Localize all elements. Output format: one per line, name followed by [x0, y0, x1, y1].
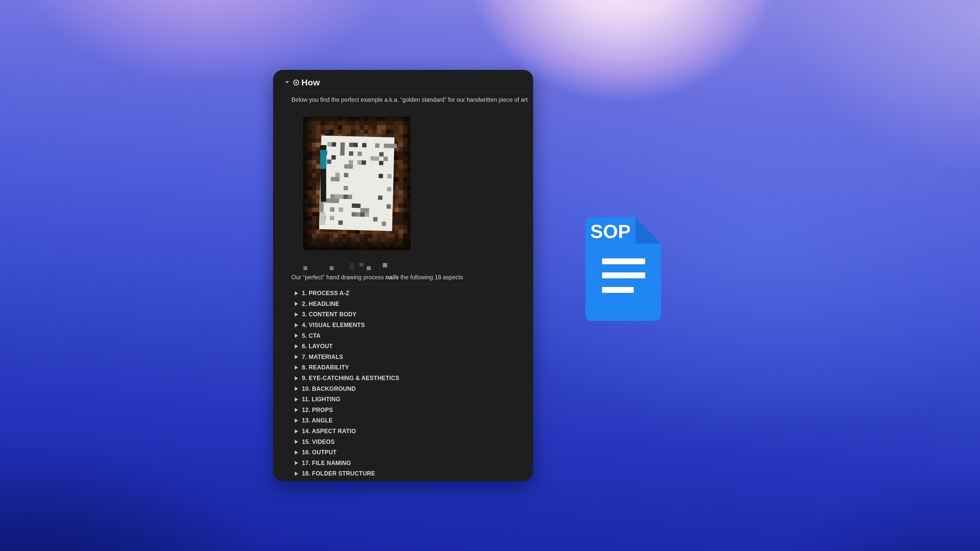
section-title: How	[301, 78, 320, 87]
example-photo	[303, 117, 410, 250]
section-header: How	[273, 76, 533, 88]
toggle-right-icon	[295, 313, 298, 317]
pixel-artifact	[367, 266, 371, 270]
toggle-item-label: 6. LAYOUT	[302, 343, 333, 350]
toggle-right-icon	[295, 365, 298, 370]
target-circle-icon	[293, 79, 299, 86]
section-collapse-toggle-icon[interactable]	[285, 81, 289, 84]
toggle-item-7[interactable]: 7. MATERIALS	[273, 352, 533, 362]
toggle-item-label: 12. PROPS	[302, 407, 333, 413]
toggle-item-14[interactable]: 14. ASPECT RATIO	[273, 426, 533, 437]
toggle-right-icon	[295, 333, 298, 338]
intro-text: Below you find the perfect example a.k.a…	[291, 97, 531, 103]
sop-label: SOP	[590, 221, 631, 242]
toggle-right-icon	[295, 376, 298, 380]
doc-text-line	[602, 272, 645, 278]
toggle-item-label: 1. PROCESS A-Z	[302, 290, 349, 297]
toggle-item-2[interactable]: 2. HEADLINE	[273, 299, 533, 310]
toggle-item-label: 17. FILE NAMING	[302, 460, 351, 467]
doc-fold-icon	[635, 217, 661, 244]
toggle-item-label: 8. READABILITY	[302, 364, 349, 371]
toggle-item-12[interactable]: 12. PROPS	[273, 405, 533, 416]
pixel-artifact	[383, 263, 387, 267]
toggle-right-icon	[295, 345, 298, 348]
toggle-right-icon	[295, 472, 298, 476]
toggle-item-6[interactable]: 6. LAYOUT	[273, 341, 533, 352]
toggle-item-1[interactable]: 1. PROCESS A-Z	[273, 288, 533, 299]
pixel-artifact	[304, 266, 307, 270]
toggle-item-8[interactable]: 8. READABILITY	[273, 362, 533, 373]
toggle-item-label: 11. LIGHTING	[302, 396, 340, 403]
toggle-item-label: 13. ANGLE	[302, 417, 333, 424]
doc-text-line	[602, 287, 634, 293]
toggle-item-label: 15. VIDEOS	[302, 438, 334, 445]
toggle-item-5[interactable]: 5. CTA	[273, 330, 533, 341]
pixel-artifact	[360, 263, 363, 267]
pixel-artifact	[350, 263, 354, 270]
toggle-item-label: 14. ASPECT RATIO	[302, 428, 356, 435]
toggle-right-icon	[295, 429, 298, 433]
toggle-right-icon	[295, 461, 298, 465]
notion-page-panel: How Below you find the perfect example a…	[273, 70, 533, 481]
toggle-item-11[interactable]: 11. LIGHTING	[273, 394, 533, 405]
toggle-item-9[interactable]: 9. EYE-CATCHING & AESTHETICS	[273, 373, 533, 384]
toggle-item-label: 10. BACKGROUND	[302, 386, 356, 392]
toggle-right-icon	[295, 387, 298, 391]
doc-text-line	[602, 259, 645, 264]
caption-pre: Our “perfect” hand drawing process	[291, 274, 385, 281]
caption-post: the following 18 aspects	[399, 274, 463, 281]
toggle-item-16[interactable]: 16. OUTPUT	[273, 447, 533, 458]
toggle-right-icon	[295, 440, 298, 444]
toggle-item-label: 2. HEADLINE	[302, 300, 339, 307]
toggle-item-label: 5. CTA	[302, 332, 321, 339]
toggle-right-icon	[295, 451, 298, 454]
toggle-item-label: 3. CONTENT BODY	[302, 311, 356, 318]
wallpaper-stage: How Below you find the perfect example a…	[0, 0, 980, 551]
toggle-item-17[interactable]: 17. FILE NAMING	[273, 458, 533, 468]
caption-emphasis: nails	[385, 274, 399, 281]
aspect-toggle-list: 1. PROCESS A-Z 2. HEADLINE 3. CONTENT BO…	[273, 288, 533, 479]
toggle-item-label: 4. VISUAL ELEMENTS	[302, 322, 365, 329]
toggle-item-label: 16. OUTPUT	[302, 449, 337, 456]
toggle-item-15[interactable]: 15. VIDEOS	[273, 437, 533, 447]
toggle-right-icon	[295, 302, 298, 306]
toggle-right-icon	[295, 397, 298, 402]
toggle-right-icon	[295, 355, 298, 359]
header-divider	[291, 92, 531, 92]
toggle-item-label: 7. MATERIALS	[302, 354, 343, 360]
toggle-right-icon	[295, 419, 298, 423]
toggle-right-icon	[295, 408, 298, 412]
toggle-item-label: 9. EYE-CATCHING & AESTHETICS	[302, 375, 399, 382]
toggle-item-label: 18. FOLDER STRUCTURE	[302, 470, 375, 477]
toggle-right-icon	[295, 291, 298, 295]
sop-document-icon: SOP	[585, 217, 661, 321]
pixel-artifact	[330, 266, 334, 270]
toggle-right-icon	[295, 323, 298, 327]
caption-text: Our “perfect” hand drawing process nails…	[291, 274, 531, 281]
toggle-item-10[interactable]: 10. BACKGROUND	[273, 383, 533, 394]
toggle-item-3[interactable]: 3. CONTENT BODY	[273, 309, 533, 320]
toggle-item-4[interactable]: 4. VISUAL ELEMENTS	[273, 320, 533, 330]
toggle-item-13[interactable]: 13. ANGLE	[273, 415, 533, 426]
toggle-item-18[interactable]: 18. FOLDER STRUCTURE	[273, 468, 533, 479]
